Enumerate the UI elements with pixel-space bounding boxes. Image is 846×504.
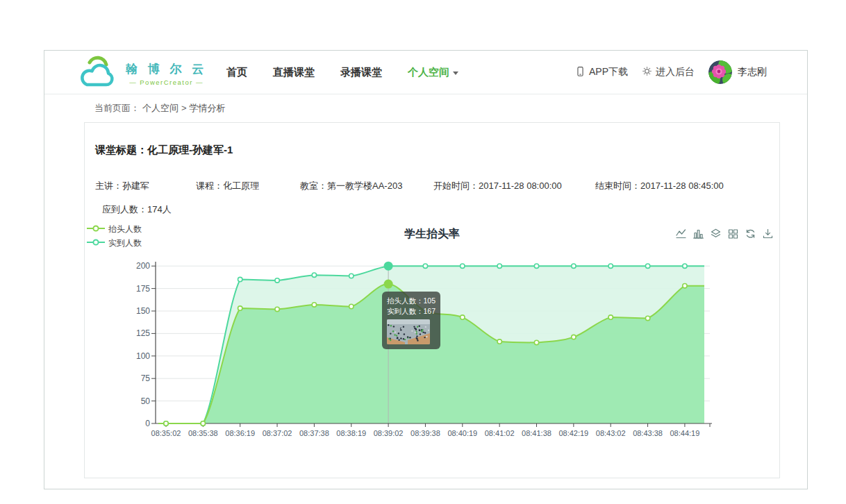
stack-icon[interactable] (710, 228, 722, 240)
app-window: 翰 博 尔 云 — PowerCreator — 首页直播课堂录播课堂个人空间 … (44, 50, 808, 489)
nav-recorded-classroom[interactable]: 录播课堂 (340, 66, 382, 79)
nav-item-label: 直播课堂 (273, 66, 315, 79)
bar-chart-icon[interactable] (692, 228, 704, 240)
svg-text:08:41:38: 08:41:38 (522, 429, 551, 437)
lesson-meta-item: 开始时间：2017-11-28 08:00:00 (433, 180, 562, 192)
gear-icon (642, 66, 652, 78)
expected-count: 应到人数：174人 (102, 203, 172, 216)
svg-text:0: 0 (145, 419, 150, 428)
lesson-meta-item: 课程：化工原理 (196, 180, 259, 192)
brand-logo[interactable]: 翰 博 尔 云 — PowerCreator — (76, 54, 207, 93)
restore-icon[interactable] (745, 228, 756, 240)
svg-text:08:37:38: 08:37:38 (299, 429, 329, 437)
breadcrumb-separator: > (181, 103, 187, 113)
svg-text:08:41:02: 08:41:02 (485, 429, 515, 437)
lesson-title: 课堂标题：化工原理-孙建军-1 (95, 144, 233, 157)
svg-text:50: 50 (141, 396, 151, 406)
user-menu[interactable]: 李志刚 (708, 60, 767, 84)
nav-live-classroom[interactable]: 直播课堂 (273, 66, 315, 79)
breadcrumb-item-personal-space[interactable]: 个人空间 (142, 103, 179, 113)
app-header: 翰 博 尔 云 — PowerCreator — 首页直播课堂录播课堂个人空间 … (44, 51, 807, 94)
nav-item-label: 首页 (226, 66, 247, 79)
svg-text:08:40:19: 08:40:19 (447, 429, 477, 437)
svg-text:175: 175 (136, 284, 150, 294)
svg-text:125: 125 (136, 328, 150, 338)
brand-subtitle: — PowerCreator — (126, 78, 207, 86)
brand-text: 翰 博 尔 云 — PowerCreator — (126, 61, 207, 86)
main-nav: 首页直播课堂录播课堂个人空间 (226, 51, 458, 94)
nav-home[interactable]: 首页 (226, 66, 247, 79)
svg-text:08:35:02: 08:35:02 (151, 429, 181, 437)
header-actions: APP下载进入后台 (575, 51, 767, 94)
svg-text:08:39:02: 08:39:02 (374, 429, 404, 437)
breadcrumb-item-current: 学情分析 (190, 103, 226, 113)
svg-text:08:43:02: 08:43:02 (596, 429, 626, 437)
lesson-meta-row: 主讲：孙建军课程：化工原理教室：第一教学楼AA-203开始时间：2017-11-… (85, 180, 779, 192)
svg-text:08:38:19: 08:38:19 (336, 429, 366, 437)
cloud-logo-icon (76, 54, 120, 93)
chart-tooltip: 抬头人数：105实到人数：167 (382, 292, 440, 349)
svg-text:08:36:19: 08:36:19 (225, 429, 255, 437)
app-download-button[interactable]: APP下载 (575, 66, 628, 79)
svg-text:75: 75 (141, 373, 151, 383)
tile-icon[interactable] (727, 228, 739, 240)
svg-text:08:37:02: 08:37:02 (263, 429, 292, 437)
tooltip-line: 实到人数：167 (387, 306, 436, 317)
avatar[interactable] (708, 60, 732, 84)
svg-text:150: 150 (136, 306, 150, 316)
svg-text:08:42:19: 08:42:19 (558, 429, 588, 437)
classroom-snapshot-image (387, 319, 430, 344)
action-label: APP下载 (589, 66, 628, 78)
svg-text:100: 100 (136, 351, 150, 361)
tooltip-line: 抬头人数：105 (387, 296, 436, 306)
lesson-meta-item: 教室：第一教学楼AA-203 (300, 180, 402, 192)
lesson-analytics-card: 课堂标题：化工原理-孙建军-1 主讲：孙建军课程：化工原理教室：第一教学楼AA-… (84, 122, 780, 478)
lesson-meta-item: 主讲：孙建军 (95, 180, 149, 192)
nav-personal-space[interactable]: 个人空间 (408, 66, 458, 79)
nav-item-label: 录播课堂 (340, 66, 382, 79)
svg-text:08:43:38: 08:43:38 (633, 429, 663, 437)
enter-backend-button[interactable]: 进入后台 (642, 66, 695, 78)
action-label: 进入后台 (656, 66, 695, 78)
svg-text:08:44:19: 08:44:19 (670, 429, 699, 437)
svg-text:08:39:38: 08:39:38 (410, 429, 440, 437)
chevron-down-icon (453, 72, 458, 75)
nav-item-label: 个人空间 (408, 66, 449, 79)
chart-toolbox (675, 228, 774, 240)
user-name: 李志刚 (738, 66, 767, 78)
breadcrumb: 当前页面：个人空间>学情分析 (44, 94, 229, 122)
lesson-meta-item: 结束时间：2017-11-28 08:45:00 (595, 180, 724, 192)
download-icon[interactable] (762, 228, 774, 240)
breadcrumb-prefix: 当前页面： (94, 103, 140, 113)
phone-icon (575, 66, 586, 79)
svg-text:08:35:38: 08:35:38 (188, 429, 218, 437)
svg-text:200: 200 (136, 261, 150, 271)
brand-name: 翰 博 尔 云 (126, 61, 207, 77)
line-chart-icon[interactable] (675, 228, 687, 240)
